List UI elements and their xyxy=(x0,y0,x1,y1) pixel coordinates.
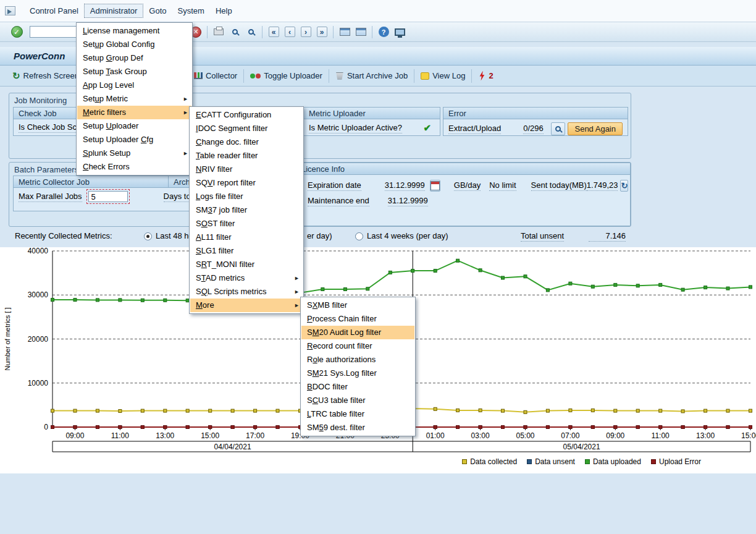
menubar-item-goto[interactable]: Goto xyxy=(143,4,172,17)
menu-item-sql-scripts-metrics[interactable]: SQL Scripts metrics► xyxy=(190,285,303,299)
menu-item-label: SM37 job filter xyxy=(196,205,247,214)
menu-item-setup-global-config[interactable]: Setup Global Config xyxy=(77,38,191,51)
menu-item-sm21-sys-log-filter[interactable]: SM21 Sys.Log filter xyxy=(301,367,414,380)
system-menu-icon[interactable] xyxy=(5,6,15,15)
view-log-button[interactable]: View Log xyxy=(417,69,469,82)
customize-layout-button[interactable] xyxy=(393,25,406,39)
svg-text:17:00: 17:00 xyxy=(246,431,264,440)
toggle-collector-button[interactable]: Collector xyxy=(190,69,241,82)
menu-item-ecatt-configuration[interactable]: ECATT Configuration xyxy=(190,108,303,122)
menu-item-stad-metrics[interactable]: STAD metrics► xyxy=(190,271,303,285)
toolbar-separator xyxy=(329,69,329,83)
find-button[interactable] xyxy=(228,25,242,39)
toggle-uploader-label: Toggle Uploader xyxy=(264,71,322,80)
menu-item-change-doc-filter[interactable]: Change doc. filter xyxy=(190,135,303,149)
menu-item-table-reader-filter[interactable]: Table reader filter xyxy=(190,149,303,163)
menu-item-label: STAD metrics xyxy=(196,273,245,282)
help-button[interactable]: ? xyxy=(377,25,390,39)
menu-item-setup-uploader[interactable]: Setup Uploader xyxy=(77,119,191,133)
menu-item-process-chain-filter[interactable]: Process Chain filter xyxy=(301,312,414,326)
archive-basket-icon xyxy=(335,72,344,80)
menubar-item-control-panel[interactable]: Control Panel xyxy=(24,4,84,17)
sent-refresh-button[interactable]: ↻ xyxy=(620,180,628,192)
menu-item-label: Setup Metric xyxy=(83,94,128,103)
svg-text:01:00: 01:00 xyxy=(426,431,445,440)
menu-item-setup-group-def[interactable]: Setup Group Def xyxy=(77,51,191,65)
menu-item-app-log-level[interactable]: App Log Level xyxy=(77,78,191,92)
check-job-scheduled-label: Is Check Job Sch xyxy=(19,122,81,133)
menu-item-check-errors[interactable]: Check Errors xyxy=(77,160,191,174)
page-title: PowerConn xyxy=(14,51,65,61)
find-next-icon xyxy=(248,29,254,35)
send-again-button[interactable]: Send Again xyxy=(568,122,623,135)
menu-item-sm37-job-filter[interactable]: SM37 job filter xyxy=(190,203,303,217)
find-next-button[interactable] xyxy=(244,25,258,39)
start-archive-job-button[interactable]: Start Archive Job xyxy=(332,69,411,82)
svg-text:04/04/2021: 04/04/2021 xyxy=(214,443,251,451)
continue-button[interactable]: ✓ xyxy=(10,25,23,39)
toolbar-separator xyxy=(471,69,472,83)
previous-page-button[interactable]: ‹ xyxy=(283,25,296,39)
recently-collected-label: Recently Collected Metrics: xyxy=(15,231,112,240)
svg-text:10000: 10000 xyxy=(28,379,49,388)
first-page-icon: « xyxy=(269,27,279,37)
monitor-icon xyxy=(395,28,405,36)
toggle-uploader-button[interactable]: Toggle Uploader xyxy=(246,69,326,82)
menu-item-setup-task-group[interactable]: Setup Task Group xyxy=(77,65,191,78)
alert-indicator[interactable]: 2 xyxy=(474,69,497,83)
menu-item-license-management[interactable]: License management xyxy=(77,24,191,38)
menu-item-splunk-setup[interactable]: Splunk Setup► xyxy=(77,146,191,160)
print-button[interactable] xyxy=(212,25,225,39)
legend-label: Upload Error xyxy=(659,457,701,466)
expiration-date-value: 31.12.9999 xyxy=(385,180,425,191)
last-4-weeks-radio[interactable] xyxy=(355,232,363,240)
menu-item-sqvi-report-filter[interactable]: SQVI report filter xyxy=(190,176,303,190)
print-icon xyxy=(214,28,224,35)
view-errors-button[interactable] xyxy=(551,122,565,135)
menu-item-scu3-table-filter[interactable]: SCU3 table filter xyxy=(301,394,414,407)
toolbar-separator xyxy=(414,69,414,83)
command-field[interactable] xyxy=(30,26,77,38)
menu-item-sost-filter[interactable]: SOST filter xyxy=(190,217,303,231)
menu-item-bdoc-filter[interactable]: BDOC filter xyxy=(301,380,414,394)
menu-item-ltrc-table-filter[interactable]: LTRC table filter xyxy=(301,407,414,421)
menu-item-al11-filter[interactable]: AL11 filter xyxy=(190,231,303,244)
toolbar-separator xyxy=(243,69,244,83)
menu-item-label: More xyxy=(196,300,214,310)
menu-item-role-authorizations[interactable]: Role authorizations xyxy=(301,353,414,367)
menu-item-srt-moni-filter[interactable]: SRT_MONI filter xyxy=(190,258,303,271)
menu-item-nriv-filter[interactable]: NRIV filter xyxy=(190,163,303,176)
gb-day-label: GB/day xyxy=(454,180,481,191)
menu-item-setup-uploader-cfg[interactable]: Setup Uploader Cfg xyxy=(77,133,191,146)
menu-item-record-count-filter[interactable]: Record count filter xyxy=(301,339,414,353)
menu-item-more[interactable]: More► xyxy=(190,299,303,312)
menu-item-label: Setup Uploader Cfg xyxy=(83,135,153,144)
max-parallel-jobs-input[interactable] xyxy=(88,191,128,202)
menu-item-setup-metric[interactable]: Setup Metric► xyxy=(77,92,191,106)
legend-item-upload-error: Upload Error xyxy=(651,457,701,466)
menu-item-sm20-audit-log-filter[interactable]: SM20 Audit Log filter xyxy=(301,326,414,339)
last-48-hours-radio[interactable] xyxy=(144,232,152,240)
new-session-button[interactable] xyxy=(338,25,351,39)
menubar-item-help[interactable]: Help xyxy=(210,4,238,17)
expiration-calendar-button[interactable] xyxy=(430,180,440,192)
last-page-button[interactable]: » xyxy=(315,25,329,39)
alert-count: 2 xyxy=(489,71,493,80)
legend-label: Data uploaded xyxy=(593,457,641,466)
menu-item-metric-filters[interactable]: Metric filters► xyxy=(77,106,191,119)
menubar-item-administrator[interactable]: Administrator xyxy=(84,4,144,18)
menu-item-logs-file-filter[interactable]: Logs file filter xyxy=(190,190,303,203)
create-shortcut-button[interactable] xyxy=(354,25,368,39)
first-page-button[interactable]: « xyxy=(267,25,280,39)
next-page-button[interactable]: › xyxy=(299,25,313,39)
legend-label: Data unsent xyxy=(535,457,575,466)
menu-item-label: Splunk Setup xyxy=(83,148,130,158)
menu-item-sm59-dest-filter[interactable]: SM59 dest. filter xyxy=(301,421,414,434)
refresh-screen-button[interactable]: ↻ Refresh Screen xyxy=(9,69,83,83)
menu-item-slg1-filter[interactable]: SLG1 filter xyxy=(190,244,303,258)
menu-item-idoc-segment-filter[interactable]: IDOC Segment filter xyxy=(190,122,303,135)
menu-item-sxmb-filter[interactable]: SXMB filter xyxy=(301,299,414,312)
metric-filters-submenu: ECATT ConfigurationIDOC Segment filterCh… xyxy=(189,106,304,314)
menubar-item-system[interactable]: System xyxy=(172,4,210,17)
menu-item-label: Setup Uploader xyxy=(83,121,138,130)
